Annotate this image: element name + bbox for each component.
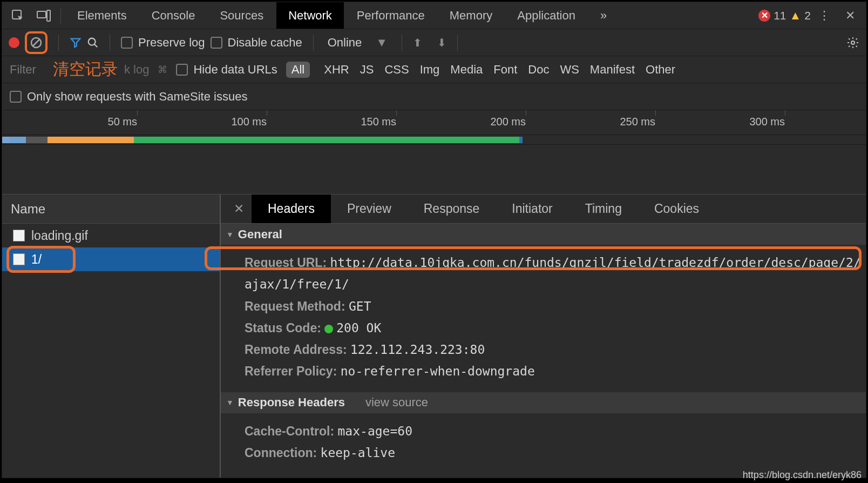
- error-badges[interactable]: ✕ 11 ▲ 2: [758, 9, 811, 23]
- caret-down-icon: ▼: [226, 230, 234, 239]
- filter-type-manifest[interactable]: Manifest: [590, 63, 635, 76]
- request-method-label: Request Method:: [245, 299, 345, 313]
- detail-tab-initiator[interactable]: Initiator: [496, 194, 568, 223]
- chevron-down-icon: ▼: [376, 36, 388, 50]
- general-block: Request URL: http://data.10jqka.com.cn/f…: [221, 245, 866, 392]
- request-row[interactable]: loading.gif: [2, 224, 220, 247]
- request-detail-pane: ✕ Headers Preview Response Initiator Tim…: [221, 194, 866, 478]
- checkbox-icon: [211, 37, 222, 49]
- detail-tab-cookies[interactable]: Cookies: [638, 194, 715, 223]
- view-source-link[interactable]: view source: [365, 395, 428, 410]
- tab-sources[interactable]: Sources: [208, 2, 275, 29]
- close-detail-icon[interactable]: ✕: [226, 202, 252, 216]
- filter-input[interactable]: Filter: [10, 63, 48, 77]
- request-row-selected[interactable]: 1/: [2, 247, 220, 271]
- cache-control-label: Cache-Control:: [245, 424, 334, 438]
- svg-line-4: [33, 39, 39, 46]
- tab-elements[interactable]: Elements: [65, 2, 139, 29]
- detail-tab-response[interactable]: Response: [408, 194, 496, 223]
- file-icon: [13, 230, 25, 242]
- detail-tab-timing[interactable]: Timing: [569, 194, 638, 223]
- filter-type-doc[interactable]: Doc: [528, 63, 549, 76]
- timeline-spacer: [2, 145, 866, 194]
- close-devtools-icon[interactable]: ✕: [838, 5, 863, 26]
- section-general-label: General: [238, 227, 282, 242]
- device-toggle-icon[interactable]: [31, 5, 56, 26]
- detail-tab-preview[interactable]: Preview: [331, 194, 408, 223]
- timeline-tick: 300 ms: [749, 116, 785, 128]
- status-dot-icon: [324, 325, 333, 333]
- section-general[interactable]: ▼ General: [221, 224, 866, 245]
- filter-type-xhr[interactable]: XHR: [324, 63, 349, 76]
- svg-point-7: [851, 41, 855, 44]
- timeline-tick: 100 ms: [231, 116, 267, 128]
- svg-point-5: [89, 38, 96, 45]
- clear-button[interactable]: [25, 31, 48, 54]
- network-toolbar: Preserve log Disable cache Online ▼ ⬆ ⬇: [2, 29, 866, 56]
- svg-rect-2: [47, 10, 50, 21]
- timeline-tick: 200 ms: [490, 116, 526, 128]
- cache-control-value: max-age=60: [338, 424, 412, 438]
- referrer-policy-value: no-referrer-when-downgrade: [341, 364, 535, 378]
- checkbox-icon: [176, 64, 188, 76]
- main-tabrow: Elements Console Sources Network Perform…: [2, 2, 866, 29]
- filter-types: XHRJSCSSImgMediaFontDocWSManifestOther: [318, 63, 681, 77]
- tab-memory[interactable]: Memory: [438, 2, 504, 29]
- filter-type-ws[interactable]: WS: [560, 63, 579, 76]
- filter-type-font[interactable]: Font: [493, 63, 517, 76]
- warning-count: 2: [804, 9, 811, 22]
- status-code-value: 200 OK: [336, 321, 381, 335]
- search-icon[interactable]: [87, 37, 99, 49]
- samesite-checkbox[interactable]: Only show requests with SameSite issues: [10, 90, 247, 104]
- section-response-headers[interactable]: ▼ Response Headers view source: [221, 392, 866, 414]
- filter-chip-all[interactable]: All: [286, 62, 310, 78]
- filter-type-other[interactable]: Other: [646, 63, 675, 76]
- request-url-value: http://data.10jqka.com.cn/funds/gnzjl/fi…: [245, 256, 861, 291]
- filter-row: Filter 清空记录 k log ⌘ Hide data URLs All X…: [2, 56, 866, 83]
- filter-type-img[interactable]: Img: [420, 63, 440, 76]
- filter-toggle-icon[interactable]: [70, 37, 82, 49]
- tab-console[interactable]: Console: [140, 2, 207, 29]
- connection-label: Connection:: [245, 446, 317, 460]
- tab-application[interactable]: Application: [505, 2, 587, 29]
- request-list: loading.gif 1/: [2, 224, 220, 478]
- settings-gear-icon[interactable]: [846, 36, 859, 49]
- timeline-tick: 250 ms: [620, 116, 655, 128]
- split-pane: Name loading.gif 1/ ✕ Headers Preview Re…: [2, 194, 866, 478]
- timeline-tick: 150 ms: [361, 116, 396, 128]
- request-name: loading.gif: [31, 229, 88, 243]
- request-method-value: GET: [349, 299, 371, 313]
- timeline-overview[interactable]: [2, 135, 866, 145]
- filter-type-css[interactable]: CSS: [384, 63, 409, 76]
- watermark: https://blog.csdn.net/eryk86: [743, 469, 862, 481]
- grey-suffix: k log: [124, 63, 149, 77]
- record-button[interactable]: [9, 37, 19, 48]
- filter-type-media[interactable]: Media: [450, 63, 483, 76]
- filter-type-js[interactable]: JS: [360, 63, 374, 76]
- tab-network[interactable]: Network: [276, 2, 344, 29]
- disable-cache-checkbox[interactable]: Disable cache: [211, 36, 302, 50]
- upload-har-icon[interactable]: ⬆: [413, 36, 422, 49]
- detail-tab-headers[interactable]: Headers: [252, 194, 331, 223]
- detail-tabs: ✕ Headers Preview Response Initiator Tim…: [221, 194, 866, 224]
- svg-rect-1: [37, 11, 46, 18]
- throttling-dropdown[interactable]: Online ▼: [324, 36, 391, 50]
- kebab-menu-icon[interactable]: ⋮: [812, 5, 837, 26]
- column-header-name[interactable]: Name: [2, 194, 220, 224]
- devtools-root: Elements Console Sources Network Perform…: [2, 2, 866, 478]
- samesite-row: Only show requests with SameSite issues: [2, 83, 866, 110]
- response-headers-block: Cache-Control: max-age=60 Connection: ke…: [221, 414, 866, 474]
- inspect-icon[interactable]: [5, 5, 30, 26]
- checkbox-icon: [10, 91, 22, 103]
- timeline-ruler[interactable]: 50 ms100 ms150 ms200 ms250 ms300 ms: [2, 110, 866, 135]
- timeline-tick: 50 ms: [108, 116, 137, 128]
- error-icon: ✕: [758, 10, 770, 22]
- file-icon: [13, 253, 25, 265]
- tab-performance[interactable]: Performance: [345, 2, 437, 29]
- download-har-icon[interactable]: ⬇: [437, 36, 446, 49]
- preserve-log-checkbox[interactable]: Preserve log: [121, 36, 205, 50]
- warning-icon: ▲: [790, 9, 802, 23]
- annotation-clear-label: 清空记录: [53, 58, 118, 81]
- tab-more[interactable]: »: [588, 2, 619, 29]
- hide-data-urls-checkbox[interactable]: Hide data URLs: [176, 63, 277, 77]
